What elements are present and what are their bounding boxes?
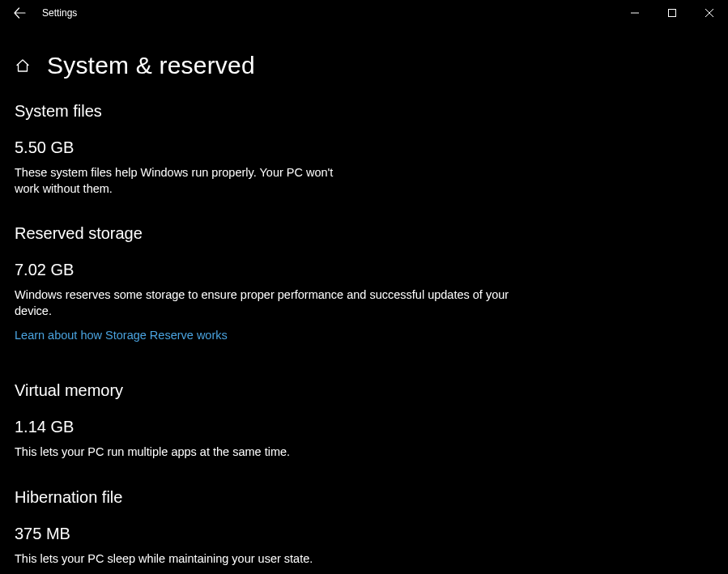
virtual-memory-desc: This lets your PC run multiple apps at t… bbox=[15, 444, 533, 461]
back-button[interactable] bbox=[6, 0, 32, 26]
section-reserved-storage: Reserved storage 7.02 GB Windows reserve… bbox=[15, 224, 713, 342]
svg-rect-1 bbox=[669, 10, 676, 17]
home-button[interactable] bbox=[15, 57, 31, 74]
hibernation-file-value: 375 MB bbox=[15, 525, 713, 543]
maximize-icon bbox=[668, 9, 676, 17]
close-icon bbox=[705, 9, 713, 17]
system-files-heading: System files bbox=[15, 102, 713, 121]
home-icon bbox=[15, 58, 30, 73]
close-button[interactable] bbox=[691, 0, 728, 26]
reserved-storage-heading: Reserved storage bbox=[15, 224, 713, 243]
maximize-button[interactable] bbox=[653, 0, 691, 26]
reserved-storage-value: 7.02 GB bbox=[15, 261, 713, 279]
minimize-button[interactable] bbox=[616, 0, 653, 26]
back-arrow-icon bbox=[13, 6, 26, 19]
titlebar: Settings bbox=[0, 0, 728, 26]
content-area: System & reserved System files 5.50 GB T… bbox=[0, 26, 728, 567]
section-virtual-memory: Virtual memory 1.14 GB This lets your PC… bbox=[15, 381, 713, 461]
storage-reserve-link[interactable]: Learn about how Storage Reserve works bbox=[15, 329, 228, 342]
virtual-memory-value: 1.14 GB bbox=[15, 418, 713, 436]
window-controls bbox=[616, 0, 728, 26]
hibernation-file-heading: Hibernation file bbox=[15, 488, 713, 507]
minimize-icon bbox=[631, 9, 639, 17]
virtual-memory-heading: Virtual memory bbox=[15, 381, 713, 400]
system-files-value: 5.50 GB bbox=[15, 138, 713, 157]
hibernation-file-desc: This lets your PC sleep while maintainin… bbox=[15, 551, 533, 568]
page-title: System & reserved bbox=[47, 52, 255, 79]
system-files-desc: These system files help Windows run prop… bbox=[15, 165, 355, 197]
section-system-files: System files 5.50 GB These system files … bbox=[15, 102, 713, 197]
page-header: System & reserved bbox=[15, 52, 713, 79]
window-title: Settings bbox=[42, 7, 77, 19]
reserved-storage-desc: Windows reserves some storage to ensure … bbox=[15, 287, 533, 319]
section-hibernation-file: Hibernation file 375 MB This lets your P… bbox=[15, 488, 713, 568]
